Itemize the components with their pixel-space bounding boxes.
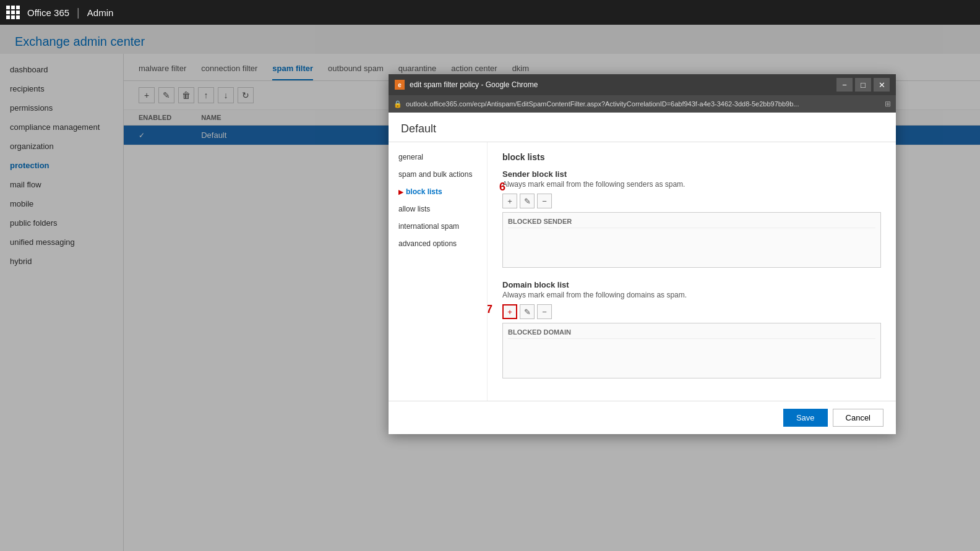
dialog-nav-general[interactable]: general [389, 148, 487, 166]
dialog-nav-advanced-options[interactable]: advanced options [389, 235, 487, 252]
dialog-maximize-button[interactable]: □ [855, 78, 871, 92]
app-name: Office 365 [27, 7, 69, 18]
dialog-addressbar: 🔒 outlook.office365.com/ecp/Antispam/Edi… [389, 95, 896, 113]
dialog-nav-allow-lists-label: allow lists [398, 205, 430, 213]
save-button[interactable]: Save [783, 409, 828, 427]
sender-block-desc: Always mark email from the following sen… [502, 180, 881, 189]
separator: | [77, 6, 80, 19]
dialog-nav-international-spam[interactable]: international spam [389, 218, 487, 235]
domain-add-button[interactable]: + [502, 304, 517, 319]
domain-block-toolbar: 7 + ✎ − [502, 304, 881, 319]
lock-icon: 🔒 [393, 100, 402, 108]
waffle-icon[interactable] [6, 6, 20, 19]
topbar: Office 365 | Admin [0, 0, 980, 25]
step7-label: 7 [488, 303, 492, 316]
sender-block-list: BLOCKED SENDER [502, 212, 881, 268]
sender-remove-button[interactable]: − [537, 194, 552, 208]
sender-block-section: Sender block list Always mark email from… [502, 169, 881, 268]
dialog-nav-block-lists[interactable]: ▶ block lists 6 [389, 183, 487, 200]
dialog-close-button[interactable]: ✕ [874, 78, 890, 92]
panel-section-title: block lists [502, 152, 881, 162]
dialog-footer: Save Cancel [389, 401, 896, 434]
cancel-button[interactable]: Cancel [833, 409, 883, 427]
admin-label: Admin [87, 7, 114, 18]
nav-arrow-icon: ▶ [398, 189, 403, 195]
dialog-body: general spam and bulk actions ▶ block li… [389, 142, 896, 401]
sender-block-title: Sender block list [502, 169, 881, 179]
dialog-chrome-buttons: − □ ✕ [836, 78, 890, 92]
dialog-panel: block lists Sender block list Always mar… [488, 142, 896, 401]
dialog-nav: general spam and bulk actions ▶ block li… [389, 142, 488, 401]
domain-block-list-header: BLOCKED DOMAIN [508, 326, 875, 339]
copy-url-button[interactable]: ⊞ [885, 100, 891, 108]
dialog-nav-intl-spam-label: international spam [398, 222, 459, 231]
dialog-nav-allow-lists[interactable]: allow lists [389, 200, 487, 218]
dialog: e edit spam filter policy - Google Chrom… [389, 74, 896, 434]
dialog-nav-spam-bulk[interactable]: spam and bulk actions [389, 166, 487, 183]
dialog-nav-advanced-label: advanced options [398, 239, 457, 248]
dialog-chrome-title: edit spam filter policy - Google Chrome [410, 80, 832, 89]
browser-favicon: e [395, 80, 405, 90]
sender-block-list-header: BLOCKED SENDER [508, 215, 875, 228]
domain-block-section: Domain block list Always mark email from… [502, 280, 881, 378]
sender-edit-button[interactable]: ✎ [520, 194, 535, 208]
dialog-content: Default general spam and bulk actions ▶ … [389, 113, 896, 434]
sender-add-button[interactable]: + [502, 194, 517, 208]
dialog-nav-general-label: general [398, 153, 423, 161]
dialog-nav-block-lists-label: block lists [406, 187, 442, 196]
dialog-title: Default [389, 113, 896, 142]
step6-label: 6 [499, 181, 505, 194]
dialog-chrome: e edit spam filter policy - Google Chrom… [389, 74, 896, 95]
domain-remove-button[interactable]: − [537, 304, 552, 319]
domain-block-list: BLOCKED DOMAIN [502, 323, 881, 378]
dialog-nav-spam-bulk-label: spam and bulk actions [398, 170, 472, 179]
domain-block-desc: Always mark email from the following dom… [502, 291, 881, 299]
domain-edit-button[interactable]: ✎ [520, 304, 535, 319]
sender-block-toolbar: + ✎ − [502, 194, 881, 208]
domain-block-title: Domain block list [502, 280, 881, 289]
dialog-url[interactable]: outlook.office365.com/ecp/Antispam/EditS… [406, 100, 881, 108]
dialog-minimize-button[interactable]: − [836, 78, 853, 92]
